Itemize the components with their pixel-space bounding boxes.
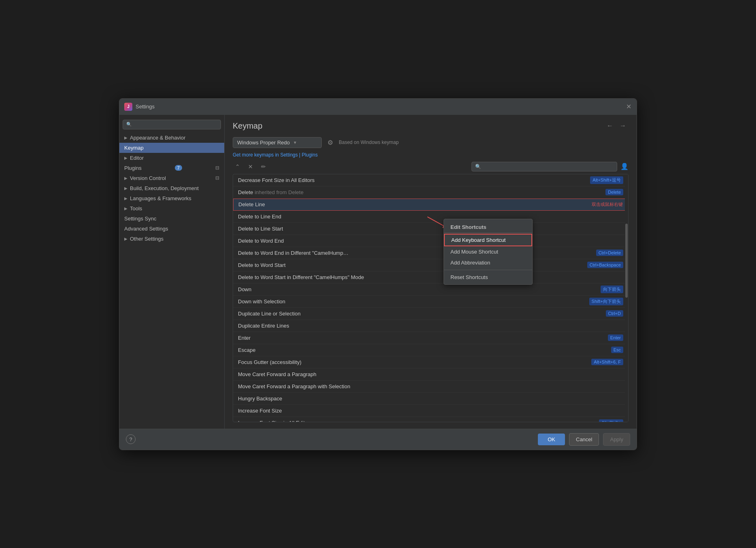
sidebar-item-label: Other Settings — [130, 236, 164, 242]
sidebar-item-plugins[interactable]: Plugins 7 ⊟ — [119, 163, 224, 173]
table-row[interactable]: Enter Enter — [233, 332, 628, 344]
edit-shortcut-button[interactable]: ✏ — [259, 162, 268, 171]
keymap-shortcut-badge: 向下箭头 — [601, 286, 623, 293]
context-menu-item-add-abbreviation[interactable]: Add Abbreviation — [444, 257, 532, 268]
app-icon: J — [124, 103, 132, 111]
sidebar-item-appearance[interactable]: ▶ Appearance & Behavior — [119, 133, 224, 143]
table-row[interactable]: Delete to Word End — [233, 235, 628, 247]
keymap-action-name: Hungry Backspace — [238, 396, 623, 402]
sidebar-item-label: Settings Sync — [124, 216, 157, 222]
title-bar-title: Settings — [136, 104, 155, 110]
sidebar-item-label: Editor — [130, 155, 144, 161]
table-row-delete-line[interactable]: Delete Line 双击或鼠标右键 — [233, 199, 628, 211]
title-bar-left: J Settings — [124, 103, 155, 111]
sidebar-item-build[interactable]: ▶ Build, Execution, Deployment — [119, 183, 224, 193]
keymap-toolbar: Windows Proper Redo ▼ ⚙ Based on Windows… — [233, 137, 629, 148]
table-row[interactable]: Move Caret Forward a Paragraph — [233, 368, 628, 381]
sidebar-item-languages[interactable]: ▶ Languages & Frameworks — [119, 193, 224, 203]
table-row[interactable]: Down 向下箭头 — [233, 284, 628, 296]
table-row[interactable]: Duplicate Line or Selection Ctrl+D — [233, 308, 628, 320]
panel-title: Keymap — [233, 121, 262, 131]
table-row[interactable]: Down with Selection Shift+向下箭头 — [233, 296, 628, 308]
keymap-dropdown[interactable]: Windows Proper Redo ▼ — [233, 137, 322, 148]
close-button[interactable]: ✕ — [625, 104, 632, 110]
dropdown-arrow-icon: ▼ — [293, 140, 297, 145]
sidebar-item-version-control[interactable]: ▶ Version Control ⊟ — [119, 173, 224, 183]
sidebar-item-label: Appearance & Behavior — [130, 135, 185, 141]
forward-arrow-button[interactable]: → — [617, 121, 629, 130]
keymap-dropdown-value: Windows Proper Redo — [237, 140, 290, 146]
table-row[interactable]: Delete to Word Start in Different "Camel… — [233, 271, 628, 284]
scrollbar[interactable] — [625, 174, 628, 422]
keymap-action-name: Increase Font Size — [238, 408, 623, 414]
sidebar-item-tools[interactable]: ▶ Tools — [119, 203, 224, 214]
context-menu-item-add-mouse[interactable]: Add Mouse Shortcut — [444, 246, 532, 257]
context-menu-item-label: Add Abbreviation — [450, 260, 490, 266]
table-row[interactable]: Decrease Font Size in All Editors Alt+Sh… — [233, 174, 628, 186]
table-row[interactable]: Delete to Word End in Different "CamelHu… — [233, 247, 628, 259]
apply-button[interactable]: Apply — [603, 433, 630, 446]
keymap-search-field[interactable]: 🔍 — [471, 162, 617, 171]
plugins-link[interactable]: Plugins — [302, 152, 318, 158]
cancel-button[interactable]: Cancel — [569, 433, 599, 446]
search-icon: 🔍 — [475, 164, 481, 169]
context-menu-item-reset[interactable]: Reset Shortcuts — [444, 272, 532, 283]
context-menu-item-add-keyboard[interactable]: Add Keyboard Shortcut — [444, 234, 532, 246]
settings-icon-small2: ⊟ — [215, 175, 219, 181]
table-row[interactable]: Delete to Word Start Ctrl+Backspace — [233, 259, 628, 271]
double-click-hint: 双击或鼠标右键 — [592, 201, 623, 207]
keymap-shortcut-badge: Ctrl+D — [606, 310, 623, 317]
scrollbar-thumb — [625, 224, 628, 298]
collapse-all-button[interactable]: ✕ — [246, 162, 255, 171]
context-menu-item-label: Add Keyboard Shortcut — [451, 237, 505, 243]
sidebar-search-box[interactable]: 🔍 — [123, 120, 221, 129]
keymap-search-input[interactable] — [484, 164, 614, 169]
keymap-gear-button[interactable]: ⚙ — [326, 137, 335, 148]
sidebar-item-settings-sync[interactable]: Settings Sync — [119, 214, 224, 224]
sidebar-item-label: Version Control — [130, 175, 166, 181]
keymap-action-name: Duplicate Entire Lines — [238, 323, 623, 329]
keymap-action-name: Enter — [238, 335, 605, 341]
nav-arrows: ← → — [604, 121, 629, 130]
sidebar-item-keymap[interactable]: Keymap — [119, 143, 224, 153]
sidebar-item-advanced-settings[interactable]: Advanced Settings — [119, 224, 224, 234]
table-row[interactable]: Duplicate Entire Lines — [233, 320, 628, 332]
keymap-action-name: Down with Selection — [238, 298, 586, 305]
table-row[interactable]: Increase Font Size — [233, 405, 628, 417]
sidebar-item-editor[interactable]: ▶ Editor — [119, 153, 224, 163]
keymap-shortcut-badge: Enter — [608, 334, 623, 341]
keymap-list-toolbar: ⌃ ✕ ✏ 🔍 👤 — [233, 162, 629, 171]
keymap-action-name: Delete to Word End in Different "CamelHu… — [238, 250, 593, 256]
table-row[interactable]: Increase Font Size in All Editors Alt+Sh… — [233, 417, 628, 422]
sidebar-search-input[interactable] — [134, 122, 217, 127]
sidebar: 🔍 ▶ Appearance & Behavior Keymap ▶ Edito… — [119, 115, 225, 429]
chevron-right-icon: ▶ — [124, 237, 127, 241]
expand-all-button[interactable]: ⌃ — [233, 162, 242, 171]
table-row[interactable]: Move Caret Forward a Paragraph with Sele… — [233, 381, 628, 393]
sidebar-item-label: Plugins — [124, 165, 142, 171]
title-bar: J Settings ✕ — [119, 99, 637, 115]
sidebar-item-other-settings[interactable]: ▶ Other Settings — [119, 234, 224, 244]
table-row[interactable]: Escape Esc — [233, 344, 628, 356]
keymap-shortcut-badge: Delete — [605, 189, 623, 195]
context-menu-title: Edit Shortcuts — [444, 221, 532, 233]
help-button[interactable]: ? — [126, 434, 136, 444]
settings-link[interactable]: Settings — [280, 152, 297, 158]
sidebar-item-label: Keymap — [124, 145, 144, 151]
table-row[interactable]: Hungry Backspace — [233, 393, 628, 405]
keymap-shortcut-badge: Alt+Shift+6, F — [591, 359, 623, 365]
sidebar-item-label: Advanced Settings — [124, 226, 168, 232]
keymap-shortcut-badge: Esc — [611, 347, 623, 353]
sidebar-item-label: Tools — [130, 205, 142, 212]
table-row[interactable]: Focus Gutter (accessibility) Alt+Shift+6… — [233, 356, 628, 368]
keymap-action-name: Delete to Word End — [238, 238, 623, 244]
keymap-action-name: Move Caret Forward a Paragraph — [238, 371, 623, 377]
person-icon[interactable]: 👤 — [620, 163, 629, 170]
keymap-action-name: Delete Line — [238, 201, 587, 207]
keymap-action-name: Duplicate Line or Selection — [238, 311, 603, 317]
table-row[interactable]: Delete inherited from Delete Delete — [233, 186, 628, 199]
ok-button[interactable]: OK — [538, 434, 565, 445]
chevron-right-icon: ▶ — [124, 186, 127, 190]
back-arrow-button[interactable]: ← — [604, 121, 616, 130]
context-menu: Edit Shortcuts Add Keyboard Shortcut Add… — [444, 219, 533, 285]
